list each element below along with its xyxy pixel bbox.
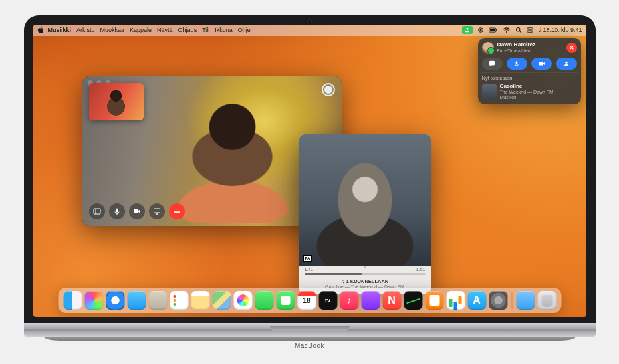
macbook-frame: Musiikki Arkisto Muokkaa Kappale Näytä O… — [24, 15, 596, 349]
desktop[interactable]: Musiikki Arkisto Muokkaa Kappale Näytä O… — [33, 25, 586, 317]
join-shareplay-button[interactable] — [556, 58, 576, 70]
dock-books[interactable] — [425, 291, 443, 310]
record-status-icon[interactable] — [477, 27, 484, 33]
parental-advisory-badge: PA — [303, 255, 312, 262]
dock-settings[interactable] — [489, 291, 507, 310]
listening-count: ♫ 1 KUUNNELLAAN — [305, 278, 426, 284]
device-label: MacBook — [24, 342, 596, 349]
shareplay-notification[interactable]: Dawn Ramirez FaceTime-video Nyt toisteta… — [478, 38, 581, 104]
now-playing-subtitle: The Weeknd — Dawn FM — [500, 90, 553, 95]
svg-rect-8 — [527, 28, 533, 30]
control-center-icon[interactable] — [527, 27, 533, 33]
spotlight-icon[interactable] — [515, 27, 522, 33]
svg-rect-18 — [516, 62, 518, 65]
call-type: FaceTime-video — [497, 48, 531, 53]
battery-status-icon[interactable] — [489, 27, 498, 33]
svg-point-1 — [480, 29, 482, 31]
dock-news[interactable] — [382, 291, 401, 310]
message-button[interactable] — [482, 58, 503, 70]
menu-account[interactable]: Tili — [202, 27, 209, 33]
svg-point-5 — [506, 31, 507, 33]
dock-finder[interactable] — [63, 291, 82, 310]
menu-window[interactable]: Ikkuna — [215, 27, 233, 33]
menubar-clock[interactable]: ti 18.10. klo 9.41 — [538, 27, 582, 33]
dock-trash[interactable] — [537, 291, 556, 310]
album-art: PA — [299, 134, 431, 266]
menu-edit[interactable]: Muokkaa — [100, 27, 125, 33]
dock-safari[interactable] — [106, 291, 124, 310]
svg-rect-12 — [94, 209, 100, 214]
svg-rect-14 — [116, 208, 118, 212]
dock-photos[interactable] — [233, 291, 252, 310]
dock-calendar[interactable] — [297, 291, 316, 310]
remaining-time: -1.51 — [415, 267, 426, 272]
dock-appstore[interactable] — [467, 291, 486, 310]
caller-info: Dawn Ramirez FaceTime-video — [497, 42, 563, 54]
apple-menu-icon[interactable] — [37, 26, 44, 34]
wifi-status-icon[interactable] — [503, 27, 511, 33]
dock-downloads[interactable] — [516, 291, 535, 310]
svg-point-11 — [531, 31, 532, 32]
laptop-hinge — [24, 323, 596, 337]
dock-mail[interactable] — [127, 291, 146, 310]
facetime-self-view[interactable] — [89, 83, 144, 120]
screen-bezel: Musiikki Arkisto Muokkaa Kappale Näytä O… — [24, 15, 596, 323]
menu-controls[interactable]: Ohjaus — [178, 27, 197, 33]
dock-podcasts[interactable] — [361, 291, 380, 310]
dock-appletv[interactable] — [318, 291, 337, 310]
dock-notes[interactable] — [191, 291, 209, 310]
menubar-app-menus[interactable]: Musiikki Arkisto Muokkaa Kappale Näytä O… — [48, 27, 251, 33]
live-photo-button[interactable] — [322, 83, 335, 96]
svg-rect-9 — [527, 31, 533, 33]
menubar-app-name[interactable]: Musiikki — [48, 27, 72, 33]
svg-rect-3 — [490, 29, 495, 31]
now-playing-title: Gasoline — [500, 83, 553, 89]
decline-call-button[interactable] — [566, 43, 577, 53]
mute-button[interactable] — [109, 203, 125, 219]
svg-rect-4 — [497, 29, 497, 31]
caller-name: Dawn Ramirez — [497, 41, 536, 48]
dock-music[interactable] — [340, 291, 358, 310]
dock-facetime[interactable] — [276, 291, 295, 310]
music-miniplayer[interactable]: PA ◊◊ Dolby Atmos 1.41 -1.51 ♫ 1 KUUNNEL… — [299, 134, 431, 294]
menu-file[interactable]: Arkisto — [76, 27, 95, 33]
accept-video-button[interactable] — [531, 58, 552, 70]
dock-contacts[interactable] — [148, 291, 167, 310]
dock-launchpad[interactable] — [84, 291, 103, 310]
sidebar-toggle-button[interactable] — [89, 203, 105, 219]
menu-song[interactable]: Kappale — [130, 27, 152, 33]
screen-share-button[interactable] — [149, 203, 165, 219]
dock-numbers[interactable] — [446, 291, 465, 310]
svg-rect-16 — [154, 209, 160, 213]
caller-avatar — [482, 42, 494, 54]
menubar[interactable]: Musiikki Arkisto Muokkaa Kappale Näytä O… — [33, 25, 586, 36]
dock-stocks[interactable] — [404, 291, 422, 310]
dock-maps[interactable] — [212, 291, 231, 310]
dock-reminders[interactable] — [170, 291, 188, 310]
laptop-foot — [44, 337, 576, 341]
now-playing-header: Nyt toistetaan — [482, 75, 577, 81]
end-call-button[interactable] — [169, 203, 185, 219]
progress-slider[interactable] — [305, 273, 426, 275]
facetime-controls — [89, 203, 185, 219]
dock-messages[interactable] — [255, 291, 273, 310]
shareplay-status-icon[interactable] — [462, 26, 473, 34]
now-playing-row[interactable]: Gasoline The Weeknd — Dawn FM Musiikki — [482, 83, 577, 100]
dock[interactable] — [58, 288, 561, 313]
menu-help[interactable]: Ohje — [238, 27, 251, 33]
menu-view[interactable]: Näytä — [157, 27, 173, 33]
elapsed-time: 1.41 — [305, 267, 314, 272]
now-playing-app: Musiikki — [500, 95, 553, 100]
svg-point-10 — [529, 28, 530, 29]
dock-separator — [511, 292, 512, 309]
svg-rect-15 — [134, 209, 138, 213]
remote-participant — [173, 103, 292, 223]
svg-point-6 — [517, 28, 520, 31]
facetime-camera-dot — [308, 19, 312, 23]
accept-audio-button[interactable] — [507, 58, 527, 70]
svg-line-7 — [520, 31, 522, 33]
svg-rect-19 — [539, 62, 543, 66]
menubar-status-area[interactable]: ti 18.10. klo 9.41 — [462, 26, 582, 34]
svg-point-20 — [565, 62, 567, 64]
camera-toggle-button[interactable] — [129, 203, 145, 219]
